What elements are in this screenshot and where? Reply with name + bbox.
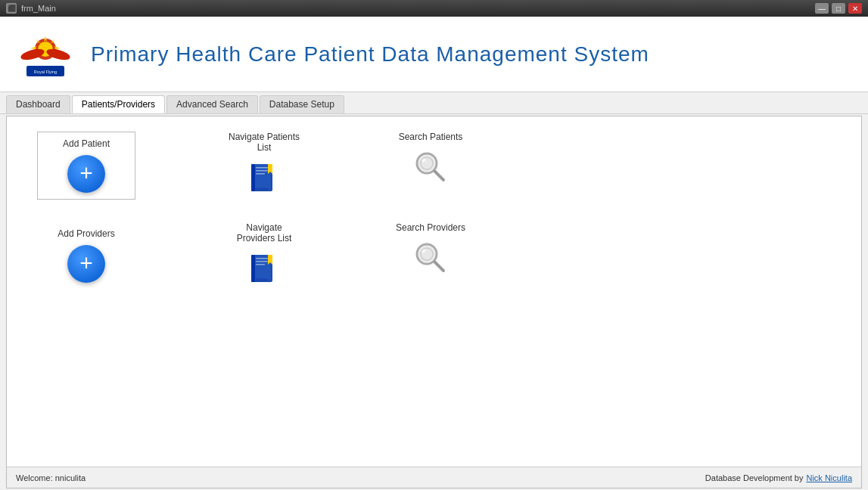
patients-row: Add Patient + Navigate Patients List (37, 132, 831, 200)
minimize-button[interactable]: — (815, 3, 829, 14)
title-bar-title: frm_Main (21, 4, 56, 13)
tab-patients-providers[interactable]: Patients/Providers (72, 95, 165, 113)
app-header: Royal Flying placeholder Primary Health … (0, 17, 868, 92)
navigate-patients-label: Navigate Patients List (226, 132, 302, 153)
add-patient-box: Add Patient + (37, 132, 135, 200)
app-title: Primary Health Care Patient Data Managem… (91, 42, 649, 67)
svg-rect-17 (256, 173, 265, 175)
icon-grid: Add Patient + Navigate Patients List (7, 116, 861, 304)
svg-rect-30 (256, 261, 268, 262)
navigate-providers-label: Navigate Providers List (226, 222, 302, 243)
add-providers-button[interactable]: + (67, 245, 105, 283)
svg-line-39 (434, 262, 443, 271)
add-patient-label: Add Patient (63, 138, 110, 149)
title-bar: ⬛ frm_Main — □ ✕ (0, 0, 868, 17)
add-providers-box: Add Providers + (37, 222, 135, 289)
svg-rect-29 (256, 258, 268, 259)
navigate-providers-item[interactable]: Navigate Providers List (226, 222, 302, 287)
add-patient-button[interactable]: + (67, 155, 105, 193)
svg-line-25 (434, 171, 443, 180)
navigate-providers-button[interactable] (245, 250, 283, 287)
title-bar-left: ⬛ frm_Main (6, 3, 56, 14)
search-patients-item[interactable]: Search Patients (393, 132, 468, 186)
footer-right: Database Development by Nick Niculita (705, 473, 852, 482)
tab-bar: Dashboard Patients/Providers Advanced Se… (0, 92, 868, 114)
search-patients-label: Search Patients (399, 132, 463, 142)
search-providers-item[interactable]: Search Providers (393, 222, 468, 277)
welcome-text: Welcome: nniculita (16, 473, 86, 482)
rfds-logo: Royal Flying placeholder (19, 28, 72, 81)
svg-rect-14 (251, 164, 255, 191)
dev-label: Database Development by (705, 473, 804, 482)
providers-row: Add Providers + Navigate Providers List (37, 222, 831, 289)
close-button[interactable]: ✕ (848, 3, 862, 14)
book-icon-2 (247, 251, 282, 286)
magnifier-icon (413, 150, 448, 185)
app-icon: ⬛ (6, 3, 17, 14)
book-icon (247, 160, 282, 195)
dev-link[interactable]: Nick Niculita (806, 473, 852, 482)
svg-rect-28 (251, 255, 255, 282)
maximize-button[interactable]: □ (832, 3, 845, 14)
logo-area: Royal Flying placeholder (15, 24, 76, 85)
app-body: Royal Flying placeholder Primary Health … (0, 17, 868, 490)
tab-advanced-search[interactable]: Advanced Search (166, 95, 258, 113)
add-providers-label: Add Providers (58, 228, 114, 239)
svg-rect-16 (256, 170, 268, 172)
search-providers-label: Search Providers (396, 222, 465, 233)
main-content: Add Patient + Navigate Patients List (6, 116, 862, 488)
svg-text:placeholder: placeholder (43, 70, 48, 71)
svg-rect-15 (256, 167, 268, 169)
search-patients-button[interactable] (412, 148, 450, 186)
search-providers-button[interactable] (412, 239, 450, 277)
plus-icon-2: + (79, 252, 93, 274)
tab-database-setup[interactable]: Database Setup (260, 95, 344, 113)
plus-icon: + (79, 162, 93, 185)
svg-point-33 (254, 278, 269, 281)
magnifier-icon-2 (413, 240, 448, 275)
title-bar-controls: — □ ✕ (815, 3, 862, 14)
svg-point-19 (254, 188, 269, 191)
svg-rect-31 (256, 264, 265, 265)
footer: Welcome: nniculita Database Development … (7, 467, 861, 488)
navigate-patients-button[interactable] (245, 159, 283, 197)
navigate-patients-item[interactable]: Navigate Patients List (226, 132, 302, 197)
tab-dashboard[interactable]: Dashboard (6, 95, 70, 113)
